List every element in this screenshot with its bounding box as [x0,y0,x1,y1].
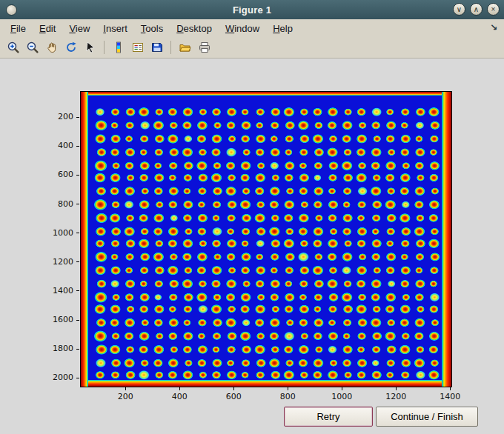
well-spot [154,173,165,182]
continue-finish-button[interactable]: Continue / Finish [376,407,478,427]
window-menu-icon[interactable] [6,4,17,16]
zoom-out-button[interactable] [24,39,41,56]
menu-item-help[interactable]: Help [266,21,299,36]
well-spot [111,201,120,208]
well-spot [93,198,107,210]
y-tick-mark [76,378,79,378]
well-spot [255,280,265,288]
well-spot [271,174,279,181]
well-spot [414,187,425,196]
data-cursor-button[interactable] [82,39,99,56]
well-spot [328,345,337,353]
well-spot [197,213,208,222]
x-tick-mark [125,387,126,390]
plate-edge-bottom [88,380,442,387]
x-tick-label: 600 [217,392,250,401]
well-spot [357,358,367,367]
well-spot [228,305,236,313]
well-spot [241,240,249,247]
well-spot [401,227,411,236]
menu-item-file[interactable]: File [4,21,33,36]
minimize-button[interactable]: ∨ [453,3,465,16]
well-spot [386,109,394,116]
insert-legend-button[interactable] [129,39,146,56]
well-spot [357,134,368,144]
rotate-3d-button[interactable] [62,39,79,56]
zoom-in-button[interactable] [4,39,21,56]
well-spot [357,201,366,209]
menu-item-insert[interactable]: Insert [96,21,134,36]
close-button[interactable]: × [487,3,500,16]
well-spot [371,228,379,235]
well-spot [168,358,179,368]
well-spot [154,148,163,156]
well-spot [357,227,367,236]
x-tick-mark [450,387,451,390]
well-spot [371,253,381,261]
well-spot [242,345,252,354]
well-spot [227,332,237,341]
menu-item-tools[interactable]: Tools [134,21,170,36]
well-spot [298,213,309,223]
menu-item-view[interactable]: View [62,21,96,36]
well-spot [402,294,410,301]
well-spot [315,215,323,222]
menu-item-desktop[interactable]: Desktop [170,21,219,36]
pan-button[interactable] [43,39,60,56]
well-spot [428,238,440,248]
title-bar[interactable]: Figure 1 ∨ ∧ × [0,0,504,19]
well-spot [139,331,150,341]
well-spot [227,228,235,235]
well-spot [110,187,119,196]
well-spot [196,252,208,261]
well-spot [328,187,336,194]
well-spot [140,135,149,143]
well-spot [430,281,438,287]
well-spot [285,121,295,130]
well-spot [387,187,396,195]
well-spot [327,279,339,289]
well-spot [197,345,208,354]
well-spot [400,148,410,156]
well-spot [212,358,222,367]
well-spot [94,160,107,172]
retry-button[interactable]: Retry [284,407,373,427]
open-file-button[interactable] [176,39,193,56]
well-spot [225,318,237,327]
well-spot [183,200,193,209]
well-spot [329,267,338,274]
save-figure-button[interactable] [148,39,165,56]
well-spot [95,120,107,131]
well-spot [124,332,133,341]
dock-figure-icon[interactable]: ↘ [490,22,497,33]
well-spot [401,240,410,248]
well-spot [298,227,308,236]
x-tick-label: 800 [271,392,304,401]
well-spot [126,214,135,221]
well-spot [285,161,295,170]
well-spot [271,239,281,248]
well-spot [183,345,193,353]
plate-edge-right [442,92,451,387]
well-spot [313,227,324,236]
menu-item-window[interactable]: Window [219,21,266,36]
plot-area[interactable] [80,91,452,387]
well-spot [285,253,295,261]
well-spot [255,187,265,196]
insert-colorbar-button[interactable] [110,39,127,56]
well-spot [110,122,119,129]
well-spot [329,228,337,236]
well-spot [256,333,265,340]
well-spot [283,107,295,117]
well-spot [96,358,107,368]
well-spot [210,304,222,314]
menu-item-edit[interactable]: Edit [33,21,62,36]
well-spot [212,371,222,379]
maximize-button[interactable]: ∧ [470,3,483,16]
well-spot [225,186,237,196]
print-figure-button[interactable] [196,39,213,56]
well-spot [386,121,397,130]
well-spot [285,228,294,236]
toolbar [0,37,504,59]
x-tick-label: 1000 [325,392,358,401]
